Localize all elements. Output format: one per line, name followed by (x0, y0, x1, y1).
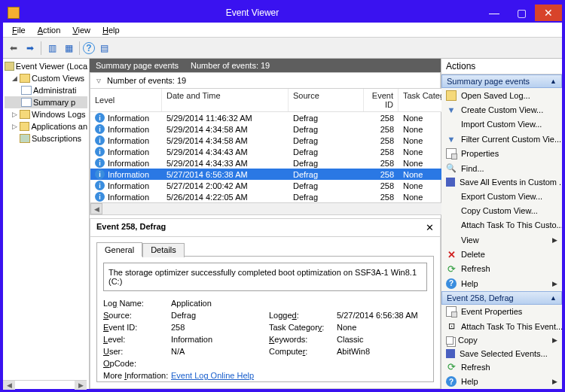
submenu-arrow-icon: ▶ (552, 236, 557, 244)
tree-admin-events[interactable]: Administrati (5, 84, 87, 96)
info-icon: i (95, 147, 105, 156)
minimize-button[interactable]: — (481, 5, 508, 21)
tree-subscriptions[interactable]: Subscriptions (5, 132, 87, 144)
action-save-selected[interactable]: Save Selected Events... (441, 347, 562, 360)
tree-applications[interactable]: ▷Applications an (5, 120, 87, 132)
action-help[interactable]: ?Help▶ (441, 276, 562, 290)
detail-close-button[interactable]: ✕ (426, 222, 434, 233)
col-source[interactable]: Source (289, 89, 364, 111)
action-filter-current[interactable]: ▼Filter Current Custom Vie... (441, 132, 562, 146)
val-level: Information (171, 335, 269, 344)
table-row[interactable]: iInformation5/29/2014 11:46:32 AMDefrag2… (90, 112, 474, 123)
save-icon (446, 349, 455, 358)
action-save-all[interactable]: Save All Events in Custom ... (441, 175, 562, 188)
actions-title: Actions (441, 59, 562, 74)
refresh-icon: ⟳ (446, 362, 457, 372)
funnel-icon: ▼ (446, 105, 457, 115)
col-level[interactable]: Level (90, 89, 162, 111)
table-row[interactable]: iInformation5/29/2014 4:34:58 AMDefrag25… (90, 135, 474, 146)
table-row[interactable]: iInformation5/27/2014 2:00:42 AMDefrag25… (90, 180, 474, 191)
actions-pane: Actions Summary page events▲ Open Saved … (441, 59, 562, 389)
actions-section-event[interactable]: Event 258, Defrag▲ (441, 291, 562, 305)
event-log-online-help-link[interactable]: Event Log Online Help (171, 371, 254, 380)
tree-windows-logs[interactable]: ▷Windows Logs (5, 108, 87, 120)
table-row[interactable]: iInformation5/29/2014 4:34:43 AMDefrag25… (90, 146, 474, 157)
tree-summary-page[interactable]: Summary p (5, 96, 87, 108)
lbl-task-cat: Task Category: (269, 323, 337, 332)
save-icon (446, 178, 455, 187)
menu-action[interactable]: Action (32, 24, 67, 36)
cell-date: 5/29/2014 4:34:33 AM (162, 158, 289, 169)
action-open-saved-log[interactable]: Open Saved Log... (441, 88, 562, 102)
menu-help[interactable]: Help (96, 24, 126, 36)
submenu-arrow-icon: ▶ (552, 336, 557, 344)
table-row[interactable]: iInformation5/29/2014 4:34:33 AMDefrag25… (90, 157, 474, 169)
info-icon: i (95, 192, 105, 202)
action-import-custom-view[interactable]: Import Custom View... (441, 117, 562, 132)
action-attach-task[interactable]: Attach Task To This Custo... (441, 218, 562, 232)
action-export-custom[interactable]: Export Custom View... (441, 189, 562, 203)
menu-file[interactable]: File (6, 24, 32, 36)
close-button[interactable]: ✕ (535, 5, 562, 21)
blank-icon (446, 191, 457, 202)
action-refresh[interactable]: ⟳Refresh (441, 262, 562, 276)
cell-date: 5/29/2014 4:34:43 AM (162, 147, 289, 157)
action-properties[interactable]: Properties (441, 147, 562, 161)
properties-button[interactable]: ▤ (96, 41, 111, 56)
nav-tree[interactable]: Event Viewer (Loca ◢Custom Views Adminis… (3, 59, 90, 389)
actions-section-summary[interactable]: Summary page events▲ (441, 74, 562, 88)
action-copy-custom[interactable]: Copy Custom View... (441, 203, 562, 217)
action-view[interactable]: View▶ (441, 232, 562, 247)
properties-icon (446, 306, 457, 317)
action-create-custom-view[interactable]: ▼Create Custom View... (441, 102, 562, 117)
help-button[interactable]: ? (83, 42, 95, 54)
help-icon: ? (446, 376, 457, 387)
maximize-button[interactable]: ▢ (508, 5, 535, 21)
col-event-id[interactable]: Event ID (364, 89, 399, 111)
find-icon: 🔍 (446, 163, 457, 174)
filter-count: Number of events: 19 (107, 76, 186, 85)
forward-button[interactable]: ➡ (23, 41, 38, 56)
h-scrollbar[interactable]: ◀▶ (90, 202, 474, 214)
lbl-opcode: OpCode: (103, 359, 171, 368)
action-copy[interactable]: Copy▶ (441, 333, 562, 346)
tree-root[interactable]: Event Viewer (Loca (5, 60, 87, 72)
cell-date: 5/26/2014 4:22:05 AM (162, 192, 289, 202)
lbl-keywords: Keywords: (269, 335, 337, 344)
header-title: Summary page events (96, 61, 179, 70)
col-date[interactable]: Date and Time (162, 89, 289, 111)
delete-icon: ✕ (446, 249, 457, 260)
action-event-properties[interactable]: Event Properties (441, 305, 562, 319)
detail-pane: Event 258, Defrag ✕ General Details The … (90, 218, 441, 389)
tab-details[interactable]: Details (142, 243, 185, 257)
cell-date: 5/29/2014 11:46:32 AM (162, 113, 289, 123)
menu-view[interactable]: View (66, 24, 96, 36)
info-icon: i (95, 181, 105, 190)
cell-event-id: 258 (364, 169, 399, 180)
info-icon: i (95, 158, 105, 168)
val-logged: 5/27/2014 6:56:38 AM (337, 311, 427, 320)
cell-date: 5/27/2014 6:56:38 AM (162, 169, 289, 180)
event-grid[interactable]: Level Date and Time Source Event ID Task… (90, 89, 475, 215)
action-help-event[interactable]: ?Help▶ (441, 375, 562, 389)
table-row[interactable]: iInformation5/26/2014 4:22:05 AMDefrag25… (90, 191, 474, 202)
action-delete[interactable]: ✕Delete (441, 247, 562, 261)
action-attach-task-event[interactable]: ⊡Attach Task To This Event... (441, 319, 562, 333)
back-button[interactable]: ⬅ (6, 41, 21, 56)
show-tree-button[interactable]: ▥ (44, 41, 60, 56)
cell-level: Information (108, 170, 149, 179)
tab-general[interactable]: General (96, 242, 142, 257)
properties-icon (446, 148, 457, 159)
grid-header[interactable]: Level Date and Time Source Event ID Task… (90, 89, 474, 112)
cell-event-id: 258 (364, 147, 399, 157)
action-find[interactable]: 🔍Find... (441, 161, 562, 175)
table-row[interactable]: iInformation5/27/2014 6:56:38 AMDefrag25… (90, 169, 474, 180)
action-refresh-event[interactable]: ⟳Refresh (441, 360, 562, 374)
export-button[interactable]: ▦ (61, 41, 76, 56)
table-row[interactable]: iInformation5/29/2014 4:34:58 AMDefrag25… (90, 123, 474, 135)
val-user: N/A (171, 347, 269, 356)
val-event-id: 258 (171, 323, 269, 332)
titlebar[interactable]: Event Viewer — ▢ ✕ (3, 3, 562, 23)
tree-custom-views[interactable]: ◢Custom Views (5, 72, 87, 84)
funnel-icon: ▼ (446, 134, 457, 144)
